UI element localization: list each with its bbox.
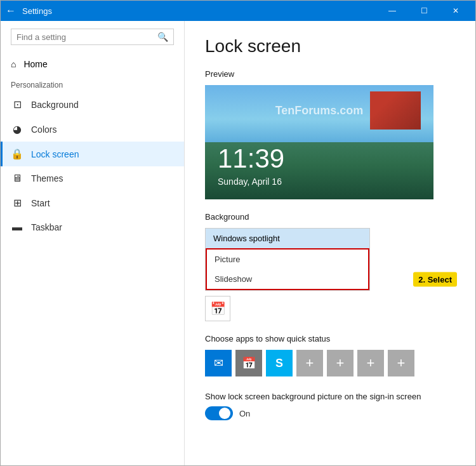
plus-icon-4: +: [397, 355, 406, 371]
search-icon: 🔍: [157, 32, 168, 42]
calendar-icon-button[interactable]: 📅: [205, 296, 230, 321]
lock-screen-label: Lock screen: [31, 149, 79, 159]
preview-date: Sunday, April 16: [218, 176, 282, 187]
start-icon: ⊞: [11, 197, 23, 209]
plus-icon-3: +: [367, 355, 375, 371]
background-label: Background: [205, 212, 455, 222]
plus-icon-2: +: [336, 355, 345, 371]
preview-time: 11:39: [218, 143, 284, 174]
plane-accent: [370, 91, 421, 130]
titlebar: ← Settings — ☐ ✕: [1, 1, 475, 21]
settings-window: ← Settings — ☐ ✕ 🔍 ⌂ Home Personalizatio…: [0, 0, 476, 466]
nav-section-label: Personalization: [1, 76, 184, 92]
toggle-knob: [219, 408, 230, 419]
select-annotation: 2. Select: [413, 272, 457, 286]
close-button[interactable]: ✕: [441, 1, 470, 21]
page-title: Lock screen: [205, 36, 455, 57]
toggle-row: On: [205, 406, 455, 420]
toggle-label: Show lock screen background picture on t…: [205, 392, 455, 401]
background-dropdown[interactable]: Windows spotlight Picture Slideshow 2. S…: [205, 228, 370, 291]
sidebar-item-themes[interactable]: 🖥 Themes: [1, 166, 184, 190]
app-add-3[interactable]: +: [357, 350, 384, 376]
maximize-button[interactable]: ☐: [409, 1, 439, 21]
dropdown-options: Picture Slideshow 2. Select: [206, 248, 369, 290]
app-calendar[interactable]: 📅: [235, 350, 262, 376]
quick-status-section: Choose apps to show quick status ✉ 📅 S +: [205, 334, 455, 376]
mail-icon: ✉: [214, 356, 223, 370]
app-skype[interactable]: S: [266, 350, 293, 376]
quick-status-label: Choose apps to show quick status: [205, 334, 455, 343]
sidebar: 🔍 ⌂ Home Personalization ⊡ Background ◕ …: [1, 21, 185, 465]
taskbar-icon: ▬: [11, 222, 23, 233]
sidebar-item-lock-screen[interactable]: 🔒 Lock screen: [1, 142, 184, 166]
option-picture[interactable]: Picture: [207, 250, 368, 269]
start-label: Start: [31, 198, 50, 208]
home-label: Home: [23, 59, 47, 69]
window-controls: — ☐ ✕: [378, 1, 470, 21]
main-content: 🔍 ⌂ Home Personalization ⊡ Background ◕ …: [1, 21, 475, 465]
home-icon: ⌂: [11, 59, 16, 69]
app-mail[interactable]: ✉: [205, 350, 232, 376]
skype-icon: S: [275, 357, 283, 370]
calendar-app-icon: 📅: [242, 356, 256, 370]
preview-watermark: TenForums.com: [275, 104, 364, 117]
taskbar-label: Taskbar: [31, 222, 62, 232]
background-icon: ⊡: [11, 98, 23, 110]
background-label: Background: [31, 100, 79, 110]
search-input[interactable]: [17, 32, 157, 42]
preview-label: Preview: [205, 69, 455, 79]
colors-label: Colors: [31, 124, 56, 135]
app-add-1[interactable]: +: [296, 350, 323, 376]
toggle-section: Show lock screen background picture on t…: [205, 392, 455, 420]
themes-icon: 🖥: [11, 173, 23, 184]
preview-image: TenForums.com 11:39 Sunday, April 16: [205, 85, 433, 199]
sidebar-item-colors[interactable]: ◕ Colors: [1, 117, 184, 142]
app-add-2[interactable]: +: [327, 350, 354, 376]
select-annotation-label: 2. Select: [413, 272, 457, 286]
main-panel: Lock screen Preview TenForums.com 11:39 …: [185, 21, 475, 465]
sidebar-item-taskbar[interactable]: ▬ Taskbar: [1, 215, 184, 239]
sidebar-item-start[interactable]: ⊞ Start: [1, 190, 184, 215]
sidebar-item-background[interactable]: ⊡ Background: [1, 92, 184, 117]
themes-label: Themes: [31, 173, 63, 183]
window-title: Settings: [22, 6, 378, 16]
search-box[interactable]: 🔍: [11, 29, 174, 45]
plus-icon-1: +: [306, 355, 314, 371]
lock-icon: 🔒: [11, 148, 23, 160]
background-section: Background Windows spotlight Picture Sli…: [205, 212, 455, 321]
toggle-value: On: [239, 409, 250, 418]
nav-home[interactable]: ⌂ Home: [1, 53, 184, 76]
quick-status-apps: ✉ 📅 S + + +: [205, 350, 455, 376]
nav-item-wrapper: 🔒 Lock screen ← 1. Click on: [1, 142, 184, 166]
back-button[interactable]: ←: [6, 5, 16, 17]
colors-icon: ◕: [11, 123, 23, 135]
option-slideshow[interactable]: Slideshow: [207, 269, 368, 289]
app-add-4[interactable]: +: [388, 350, 414, 376]
minimize-button[interactable]: —: [378, 1, 407, 21]
dropdown-selected[interactable]: Windows spotlight: [206, 229, 369, 248]
calendar-icon: 📅: [210, 301, 226, 316]
option-slideshow-row: Slideshow 2. Select: [207, 269, 368, 289]
sign-in-toggle[interactable]: [205, 406, 233, 420]
